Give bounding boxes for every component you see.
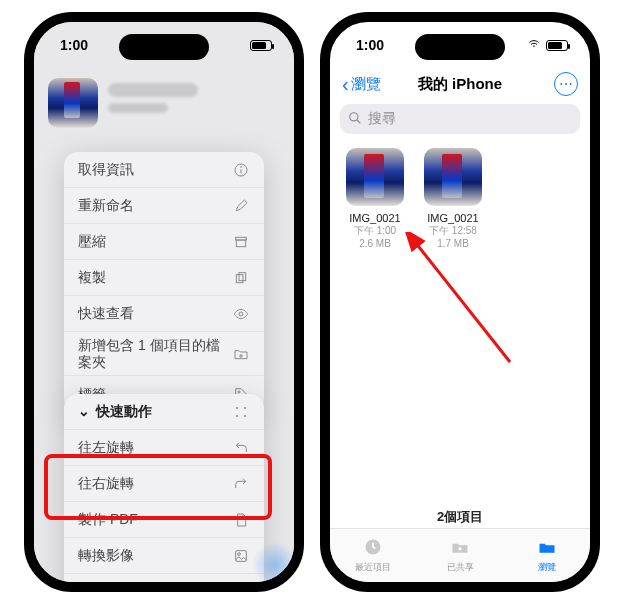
rotate-left-icon bbox=[232, 439, 250, 457]
svg-point-11 bbox=[236, 407, 237, 408]
svg-rect-5 bbox=[236, 274, 243, 282]
svg-point-23 bbox=[458, 547, 461, 550]
pencil-icon bbox=[232, 197, 250, 215]
menu-item-rename[interactable]: 重新命名 bbox=[64, 188, 264, 224]
rotate-right-icon bbox=[232, 475, 250, 493]
quick-actions-header[interactable]: ⌄快速動作 bbox=[64, 394, 264, 430]
file-size: 2.6 MB bbox=[344, 237, 406, 250]
svg-point-14 bbox=[244, 415, 245, 416]
context-menu-top: 取得資訊 重新命名 壓縮 複製 快速查看 新增包含 1 個項目的檔案夾 標籤 bbox=[64, 152, 264, 412]
svg-rect-6 bbox=[239, 272, 246, 280]
convert-icon bbox=[232, 547, 250, 565]
chevron-left-icon: ‹ bbox=[342, 74, 349, 94]
phone-right: 1:00 ‹ 瀏覽 我的 iPhone ⋯ 搜尋 IMG_0021 下午 1:0… bbox=[320, 12, 600, 592]
tab-bar: 最近項目 已共享 瀏覽 bbox=[330, 528, 590, 582]
doc-icon bbox=[232, 511, 250, 529]
menu-item-rotate-left[interactable]: 往左旋轉 bbox=[64, 430, 264, 466]
blurred-title bbox=[108, 83, 198, 97]
folder-plus-icon bbox=[232, 345, 250, 363]
tab-label: 已共享 bbox=[447, 561, 474, 574]
item-count: 2個項目 bbox=[330, 508, 590, 526]
notch bbox=[415, 34, 505, 60]
nav-bar: ‹ 瀏覽 我的 iPhone ⋯ bbox=[330, 68, 590, 102]
menu-item-remove-bg[interactable]: 移除背景 bbox=[64, 574, 264, 592]
tab-recents[interactable]: 最近項目 bbox=[330, 529, 417, 582]
svg-point-7 bbox=[239, 312, 243, 316]
shared-folder-icon bbox=[449, 537, 471, 559]
menu-item-duplicate[interactable]: 複製 bbox=[64, 260, 264, 296]
file-size: 1.7 MB bbox=[422, 237, 484, 250]
more-options-button[interactable]: ⋯ bbox=[554, 72, 578, 96]
duplicate-icon bbox=[232, 269, 250, 287]
clock-icon bbox=[362, 537, 384, 559]
status-time: 1:00 bbox=[356, 37, 384, 53]
menu-item-rotate-right[interactable]: 往右旋轉 bbox=[64, 466, 264, 502]
archive-icon bbox=[232, 233, 250, 251]
ellipsis-icon: ⋯ bbox=[559, 76, 573, 92]
file-time: 下午 12:58 bbox=[422, 224, 484, 237]
file-thumbnail bbox=[346, 148, 404, 206]
tab-label: 瀏覽 bbox=[538, 561, 556, 574]
battery-icon bbox=[250, 40, 272, 51]
file-name: IMG_0021 bbox=[344, 212, 406, 224]
svg-point-12 bbox=[244, 407, 245, 408]
chevron-down-icon: ⌄ bbox=[78, 403, 90, 419]
file-item[interactable]: IMG_0021 下午 12:58 1.7 MB bbox=[422, 148, 484, 250]
sparkle-icon bbox=[232, 403, 250, 421]
file-time: 下午 1:00 bbox=[344, 224, 406, 237]
svg-point-19 bbox=[350, 112, 358, 120]
remove-bg-icon bbox=[232, 583, 250, 592]
phone-left: 1:00 取得資訊 重新命名 壓縮 複製 bbox=[24, 12, 304, 592]
menu-item-quick-look[interactable]: 快速查看 bbox=[64, 296, 264, 332]
search-icon bbox=[348, 111, 362, 128]
selected-thumbnail[interactable] bbox=[48, 78, 98, 128]
wifi-icon bbox=[526, 37, 542, 53]
battery-icon bbox=[546, 40, 568, 51]
menu-item-info[interactable]: 取得資訊 bbox=[64, 152, 264, 188]
back-button[interactable]: ‹ 瀏覽 bbox=[342, 74, 381, 94]
file-thumbnail bbox=[424, 148, 482, 206]
files-grid: IMG_0021 下午 1:00 2.6 MB IMG_0021 下午 12:5… bbox=[330, 144, 590, 254]
blurred-dot bbox=[252, 542, 298, 588]
context-menu-quick-actions: ⌄快速動作 往左旋轉 往右旋轉 製作 PDF 轉換影像 移除背景 bbox=[64, 394, 264, 592]
search-placeholder: 搜尋 bbox=[368, 110, 396, 128]
svg-line-20 bbox=[357, 119, 361, 123]
status-time: 1:00 bbox=[60, 37, 88, 53]
file-name: IMG_0021 bbox=[422, 212, 484, 224]
search-field[interactable]: 搜尋 bbox=[340, 104, 580, 134]
info-icon bbox=[232, 161, 250, 179]
svg-rect-17 bbox=[236, 587, 247, 592]
svg-point-13 bbox=[236, 415, 237, 416]
folder-icon bbox=[536, 537, 558, 559]
menu-item-compress[interactable]: 壓縮 bbox=[64, 224, 264, 260]
svg-point-2 bbox=[241, 166, 242, 167]
svg-point-10 bbox=[238, 391, 240, 393]
tab-browse[interactable]: 瀏覽 bbox=[503, 529, 590, 582]
tab-shared[interactable]: 已共享 bbox=[417, 529, 504, 582]
svg-point-18 bbox=[239, 589, 243, 592]
eye-icon bbox=[232, 305, 250, 323]
file-item[interactable]: IMG_0021 下午 1:00 2.6 MB bbox=[344, 148, 406, 250]
menu-item-convert-image[interactable]: 轉換影像 bbox=[64, 538, 264, 574]
menu-item-new-folder[interactable]: 新增包含 1 個項目的檔案夾 bbox=[64, 332, 264, 376]
notch bbox=[119, 34, 209, 60]
svg-rect-15 bbox=[236, 550, 247, 561]
svg-point-16 bbox=[238, 552, 241, 555]
svg-line-21 bbox=[415, 242, 510, 362]
menu-item-make-pdf[interactable]: 製作 PDF bbox=[64, 502, 264, 538]
blurred-subtitle bbox=[108, 103, 168, 113]
tab-label: 最近項目 bbox=[355, 561, 391, 574]
svg-rect-4 bbox=[236, 240, 245, 247]
